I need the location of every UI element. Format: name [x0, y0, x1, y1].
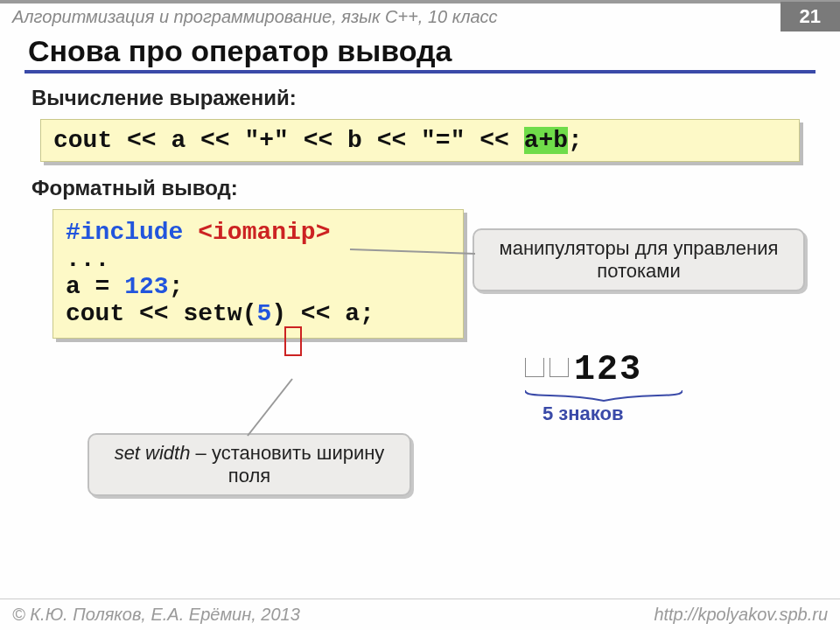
code-box-1: cout << a << "+" << b << "=" << a+b;: [40, 119, 800, 162]
course-header: Алгоритмизация и программирование, язык …: [0, 4, 840, 27]
code-box-2: #include <iomanip> ... a = 123; cout << …: [52, 209, 464, 339]
space-placeholder-icon: [550, 358, 569, 377]
c2-123: 123: [124, 273, 168, 300]
code1-pre: cout << a << "+" << b << "=" <<: [53, 127, 524, 154]
callout-manipulators: манипуляторы для управления потоками: [472, 228, 805, 291]
code1-highlight: a+b: [524, 127, 568, 154]
c2-dots: ...: [66, 246, 109, 273]
title-underline: [24, 70, 816, 74]
footer-url: http://kpolyakov.spb.ru: [654, 605, 828, 625]
curly-brace-icon: [525, 390, 682, 402]
c2-semi: ;: [169, 273, 184, 300]
c2-iomanip: <iomanip>: [198, 219, 330, 246]
slide-title: Снова про оператор вывода: [0, 27, 840, 68]
callout-setwidth-rest: – установить ширину поля: [190, 442, 384, 486]
c2-cout: cout << setw(: [66, 300, 256, 327]
subheading-2: Форматный вывод:: [0, 162, 840, 209]
callout-setwidth: set width – установить ширину поля: [88, 433, 411, 496]
output-example: 123: [525, 350, 642, 389]
callout-setwidth-em: set width: [115, 442, 191, 464]
subheading-1: Вычисление выражений:: [0, 80, 840, 119]
c2-include: #include: [66, 219, 198, 246]
c2-tail: ) << a;: [271, 300, 374, 327]
red-box-around-5: [284, 326, 302, 356]
space-placeholder-icon: [525, 358, 544, 377]
page-number: 21: [780, 2, 840, 32]
footer-copyright: © К.Ю. Поляков, Е.А. Ерёмин, 2013: [12, 605, 300, 625]
output-value: 123: [574, 350, 642, 389]
code1-post: ;: [568, 127, 583, 154]
c2-assign-a: a =: [66, 273, 124, 300]
footer: © К.Ю. Поляков, Е.А. Ерёмин, 2013 http:/…: [0, 598, 840, 630]
brace-label: 5 знаков: [542, 402, 624, 425]
c2-five: 5: [256, 300, 271, 327]
svg-line-1: [248, 379, 292, 436]
